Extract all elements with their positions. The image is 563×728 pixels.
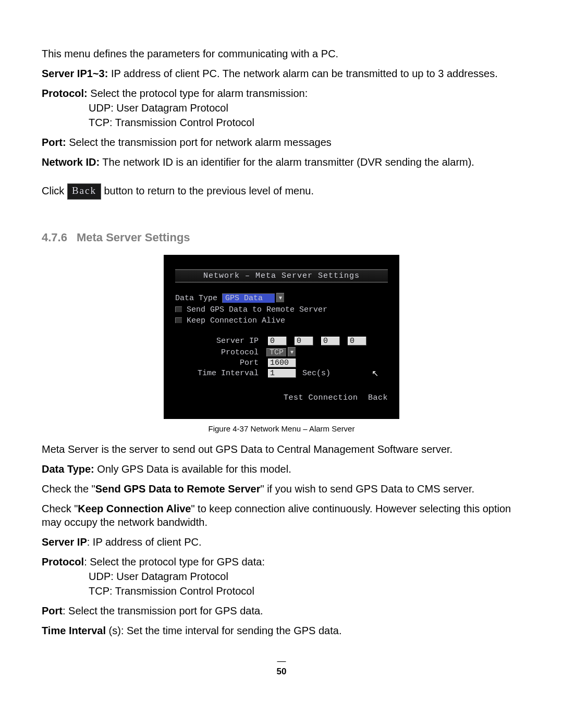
- meta-server-desc: Meta Server is the server to send out GP…: [42, 442, 521, 456]
- dvr-protocol-select[interactable]: TCP: [266, 348, 287, 357]
- dvr-ip-oct1[interactable]: 0: [268, 337, 287, 346]
- dvr-footer: Test Connection Back: [175, 393, 388, 402]
- data-type-paragraph: Data Type: Only GPS Data is available fo…: [42, 462, 521, 476]
- dvr-back-button[interactable]: Back: [368, 393, 388, 402]
- data-type-text: Only GPS Data is available for this mode…: [94, 463, 291, 475]
- port-paragraph: Port: Select the transmission port for n…: [42, 135, 521, 149]
- dvr-data-type-select[interactable]: GPS Data: [222, 293, 275, 303]
- back-button-inline[interactable]: Back: [67, 183, 101, 200]
- dvr-send-gps-checkbox[interactable]: [175, 306, 182, 313]
- check-send-gps-paragraph: Check the "Send GPS Data to Remote Serve…: [42, 482, 521, 496]
- protocol2-label: Protocol: [42, 556, 84, 567]
- dvr-interval-input[interactable]: 1: [268, 369, 296, 378]
- check1-before: Check the ": [42, 483, 95, 495]
- dvr-ip-oct4[interactable]: 0: [348, 337, 366, 346]
- protocol-text: Select the protocol type for alarm trans…: [88, 88, 308, 99]
- time-interval-paragraph: Time Interval (s): Set the time interval…: [42, 624, 521, 637]
- network-id-label: Network ID:: [42, 156, 100, 168]
- dvr-screenshot: Network – Meta Server Settings Data Type…: [164, 255, 399, 419]
- dropdown-arrow-icon[interactable]: ▾: [276, 293, 285, 303]
- page-number: — 50: [42, 656, 521, 677]
- page-number-value: 50: [277, 667, 287, 676]
- time-interval-text: (s): Set the time interval for sending t…: [106, 625, 341, 636]
- port-label: Port:: [42, 137, 66, 148]
- section-title: Meta Server Settings: [77, 231, 190, 244]
- dvr-port-row: Port 1600: [175, 359, 388, 367]
- click-back-paragraph: Click Back button to return to the previ…: [42, 183, 521, 200]
- dvr-data-type-row: Data Type GPS Data▾: [175, 293, 388, 303]
- intro-paragraph: This menu defines the parameters for com…: [42, 47, 521, 60]
- protocol2-paragraph: Protocol: Select the protocol type for G…: [42, 555, 521, 569]
- port2-label: Port: [42, 605, 63, 616]
- network-id-paragraph: Network ID: The network ID is an identif…: [42, 155, 521, 169]
- dvr-server-ip-label: Server IP: [175, 337, 259, 346]
- dvr-keep-alive-checkbox[interactable]: [175, 317, 182, 324]
- click-text-after: button to return to the previous level o…: [104, 185, 314, 196]
- check2-bold: Keep Connection Alive: [78, 503, 191, 514]
- section-number: 4.7.6: [42, 231, 67, 244]
- dvr-protocol-row: Protocol TCP▾: [175, 347, 388, 357]
- port-text: Select the transmission port for network…: [66, 137, 332, 148]
- dvr-keep-alive-label: Keep Connection Alive: [187, 316, 285, 325]
- figure-caption: Figure 4-37 Network Menu – Alarm Server: [42, 424, 521, 433]
- time-interval-label: Time Interval: [42, 625, 106, 636]
- server-ip-label: Server IP1~3:: [42, 68, 108, 79]
- dvr-ip-oct2[interactable]: 0: [295, 337, 313, 346]
- protocol-label: Protocol:: [42, 88, 88, 99]
- section-heading: 4.7.6Meta Server Settings: [42, 231, 521, 244]
- port2-paragraph: Port: Select the transmission port for G…: [42, 604, 521, 618]
- dvr-port-label: Port: [175, 359, 259, 367]
- server-ip-paragraph: Server IP1~3: IP address of client PC. T…: [42, 67, 521, 80]
- click-text-before: Click: [42, 185, 67, 196]
- protocol2-tcp-line: TCP: Transmission Control Protocol: [89, 584, 521, 598]
- server-ip2-label: Server IP: [42, 536, 87, 548]
- figure-container: Network – Meta Server Settings Data Type…: [42, 255, 521, 433]
- dvr-protocol-label: Protocol: [175, 348, 259, 357]
- protocol-paragraph: Protocol: Select the protocol type for a…: [42, 87, 521, 100]
- document-page: This menu defines the parameters for com…: [0, 0, 563, 698]
- data-type-label: Data Type:: [42, 463, 94, 475]
- dvr-send-gps-row: Send GPS Data to Remote Server: [175, 305, 388, 314]
- protocol2-text: : Select the protocol type for GPS data:: [84, 556, 265, 567]
- protocol-udp-line: UDP: User Datagram Protocol: [89, 101, 521, 115]
- dvr-test-connection-button[interactable]: Test Connection: [284, 393, 358, 402]
- dvr-keep-alive-row: Keep Connection Alive: [175, 316, 388, 325]
- server-ip2-paragraph: Server IP: IP address of client PC.: [42, 535, 521, 549]
- port2-text: : Select the transmission port for GPS d…: [63, 605, 263, 616]
- check2-before: Check ": [42, 503, 78, 514]
- network-id-text: The network ID is an identifier for the …: [100, 156, 474, 168]
- server-ip-text: IP address of client PC. The network ala…: [108, 68, 497, 79]
- dvr-server-ip-row: Server IP 0 0 0 0: [175, 337, 388, 346]
- dvr-interval-row: Time Interval 1 Sec(s): [175, 369, 388, 378]
- server-ip2-text: : IP address of client PC.: [87, 536, 202, 548]
- check-keep-alive-paragraph: Check "Keep Connection Alive" to keep co…: [42, 502, 521, 529]
- dvr-interval-unit: Sec(s): [302, 369, 331, 378]
- check1-after: " if you wish to send GPS Data to CMS se…: [261, 483, 475, 495]
- dvr-port-input[interactable]: 1600: [268, 359, 296, 367]
- dropdown-arrow-icon[interactable]: ▾: [288, 347, 296, 357]
- protocol2-udp-line: UDP: User Datagram Protocol: [89, 570, 521, 583]
- dvr-interval-label: Time Interval: [175, 369, 259, 378]
- protocol-tcp-line: TCP: Transmission Control Protocol: [89, 116, 521, 129]
- dvr-send-gps-label: Send GPS Data to Remote Server: [187, 305, 327, 314]
- dvr-title-bar: Network – Meta Server Settings: [175, 269, 388, 282]
- dvr-ip-oct3[interactable]: 0: [321, 337, 340, 346]
- cursor-icon: ↖: [372, 368, 378, 378]
- check1-bold: Send GPS Data to Remote Server: [95, 483, 261, 495]
- dvr-data-type-label: Data Type: [175, 294, 217, 303]
